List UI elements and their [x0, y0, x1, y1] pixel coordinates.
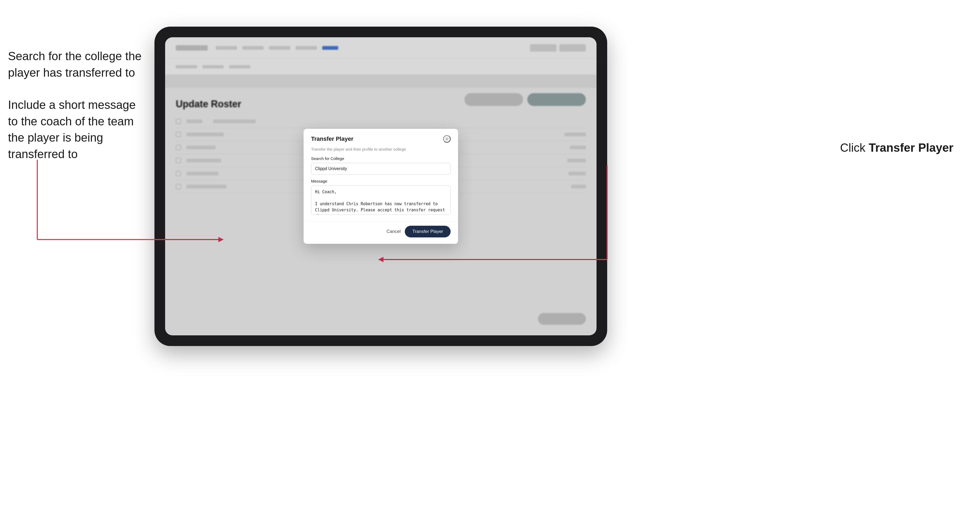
modal-close-button[interactable]: ×: [443, 135, 450, 143]
annotation-text-bottom: Include a short message to the coach of …: [8, 97, 146, 162]
transfer-player-button[interactable]: Transfer Player: [405, 226, 450, 237]
search-college-input[interactable]: [311, 163, 450, 175]
modal-title: Transfer Player: [311, 135, 353, 142]
annotation-right-bold: Transfer Player: [869, 141, 953, 154]
modal-body: Transfer the player and their profile to…: [304, 147, 458, 221]
search-college-label: Search for College: [311, 156, 450, 161]
tablet-screen: Update Roster: [165, 37, 597, 335]
modal-header: Transfer Player ×: [304, 129, 458, 147]
tablet-device: Update Roster: [154, 27, 607, 346]
annotation-left: Search for the college the player has tr…: [8, 48, 146, 178]
cancel-button[interactable]: Cancel: [387, 229, 401, 234]
modal-overlay: Transfer Player × Transfer the player an…: [165, 37, 597, 335]
modal-description: Transfer the player and their profile to…: [311, 147, 450, 151]
annotation-right-text: Click: [840, 141, 865, 154]
modal-footer: Cancel Transfer Player: [304, 221, 458, 244]
annotation-text-top: Search for the college the player has tr…: [8, 48, 146, 81]
transfer-player-modal: Transfer Player × Transfer the player an…: [304, 129, 458, 244]
message-label: Message: [311, 179, 450, 183]
annotation-right: Click Transfer Player: [840, 141, 953, 154]
message-textarea[interactable]: Hi Coach, I understand Chris Robertson h…: [311, 186, 450, 215]
